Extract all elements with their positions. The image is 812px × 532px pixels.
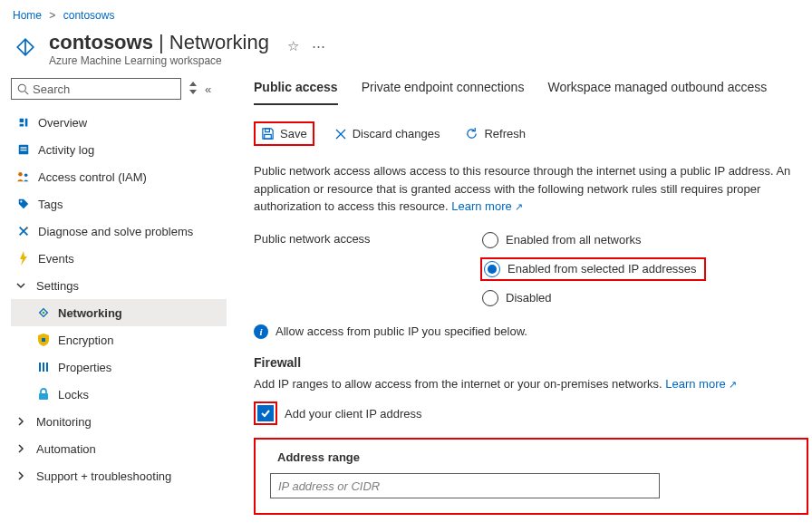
workspace-icon (13, 34, 38, 60)
sidebar-item-encryption[interactable]: Encryption (11, 326, 227, 353)
main-content: Public access Private endpoint connectio… (227, 78, 812, 524)
check-icon (260, 408, 271, 419)
radio-icon (482, 290, 498, 306)
search-icon (17, 83, 29, 95)
add-client-ip-checkbox[interactable] (257, 405, 274, 421)
sidebar-item-events[interactable]: Events (11, 245, 227, 272)
learn-more-link[interactable]: Learn more (451, 199, 523, 213)
address-range-label: Address range (277, 450, 792, 464)
svg-point-5 (18, 172, 22, 176)
svg-line-1 (25, 91, 29, 94)
info-icon: i (254, 324, 268, 339)
collapse-icon[interactable]: « (205, 82, 211, 96)
sidebar-item-activity-log[interactable]: Activity log (11, 136, 227, 163)
svg-rect-15 (265, 134, 272, 139)
sidebar-item-access-control[interactable]: Access control (IAM) (11, 163, 227, 190)
chevron-right-icon: > (49, 9, 55, 22)
firewall-description: Add IP ranges to allow access from the i… (254, 375, 808, 393)
tab-private-endpoints[interactable]: Private endpoint connections (362, 78, 525, 105)
svg-point-6 (24, 173, 28, 177)
radio-selected-ips[interactable]: Enabled from selected IP addresses (482, 259, 704, 279)
firewall-heading: Firewall (254, 355, 808, 370)
sort-icon[interactable] (188, 82, 198, 97)
public-network-access-label: Public network access (254, 230, 480, 308)
svg-rect-13 (39, 393, 48, 400)
locks-icon (36, 388, 51, 401)
sidebar-item-tags[interactable]: Tags (11, 190, 227, 218)
svg-rect-11 (43, 363, 44, 372)
svg-point-0 (18, 84, 25, 92)
radio-icon (482, 232, 498, 248)
properties-icon (36, 361, 51, 373)
svg-rect-14 (266, 129, 270, 132)
radio-all-networks[interactable]: Enabled from all networks (480, 230, 706, 250)
svg-rect-10 (39, 363, 41, 372)
discard-button[interactable]: Discard changes (329, 123, 446, 144)
toolbar: Save Discard changes Refresh (254, 121, 808, 146)
address-range-input[interactable] (270, 473, 660, 498)
more-icon[interactable]: ⋯ (312, 38, 325, 54)
favorite-icon[interactable]: ☆ (287, 38, 299, 54)
radio-disabled[interactable]: Disabled (480, 288, 706, 308)
sidebar-item-networking[interactable]: Networking (11, 299, 227, 326)
refresh-icon (465, 127, 478, 140)
chevron-right-icon (16, 442, 29, 456)
sidebar-item-locks[interactable]: Locks (11, 381, 227, 408)
chevron-down-icon (16, 279, 29, 293)
page-title: contosows | Networking (49, 31, 275, 53)
svg-rect-3 (21, 147, 27, 148)
breadcrumb: Home > contosows (0, 0, 812, 25)
diagnose-icon (16, 225, 31, 237)
tab-public-access[interactable]: Public access (254, 78, 338, 105)
sidebar: Search « Overview Activity log Access co… (0, 78, 227, 524)
info-banner: i Allow access from public IP you specif… (254, 324, 808, 339)
close-icon (334, 128, 347, 140)
breadcrumb-home[interactable]: Home (13, 9, 42, 22)
sidebar-item-overview[interactable]: Overview (11, 109, 227, 136)
save-button[interactable]: Save (254, 121, 314, 146)
refresh-button[interactable]: Refresh (459, 123, 531, 144)
description-text: Public network access allows access to t… (254, 162, 808, 216)
sidebar-group-settings[interactable]: Settings (11, 272, 227, 299)
radio-icon (484, 261, 500, 277)
sidebar-group-automation[interactable]: Automation (11, 435, 227, 462)
page-subtitle: Azure Machine Learning workspace (49, 54, 799, 67)
events-icon (16, 251, 31, 266)
svg-rect-12 (46, 363, 48, 372)
sidebar-item-diagnose[interactable]: Diagnose and solve problems (11, 218, 227, 245)
add-client-ip-label: Add your client IP address (285, 407, 422, 421)
tags-icon (16, 198, 31, 210)
overview-icon (16, 116, 31, 129)
tab-outbound-access[interactable]: Workspace managed outbound access (547, 78, 767, 105)
sidebar-group-support[interactable]: Support + troubleshooting (11, 462, 227, 489)
svg-point-7 (20, 200, 22, 202)
firewall-learn-more-link[interactable]: Learn more (665, 377, 737, 391)
sidebar-item-properties[interactable]: Properties (11, 353, 227, 381)
chevron-right-icon (16, 469, 29, 483)
chevron-right-icon (16, 415, 29, 429)
sidebar-group-monitoring[interactable]: Monitoring (11, 408, 227, 435)
encryption-icon (36, 334, 51, 346)
search-input[interactable]: Search (11, 78, 181, 100)
access-control-icon (16, 170, 31, 183)
save-icon (261, 127, 275, 140)
breadcrumb-resource[interactable]: contosows (63, 9, 115, 22)
svg-point-8 (43, 312, 45, 314)
address-range-section: Address range (254, 438, 808, 515)
svg-rect-9 (42, 338, 45, 342)
tabs: Public access Private endpoint connectio… (254, 78, 808, 105)
svg-rect-4 (21, 150, 27, 150)
page-header: contosows | Networking ☆ ⋯ Azure Machine… (0, 25, 812, 78)
activity-log-icon (16, 143, 31, 156)
networking-icon (36, 306, 51, 319)
